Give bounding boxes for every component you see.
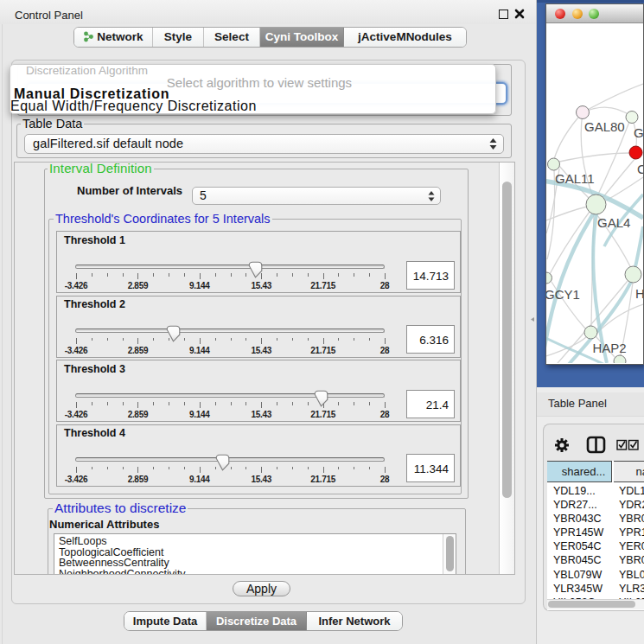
svg-text:GAL11: GAL11: [555, 171, 595, 186]
svg-text:HIS4: HIS4: [635, 286, 643, 301]
svg-text:HAP2: HAP2: [593, 341, 627, 355]
svg-text:GCY1: GCY1: [546, 287, 580, 302]
svg-text:GAL7: GAL7: [634, 125, 643, 140]
svg-text:CYC8: CYC8: [637, 162, 643, 176]
svg-text:GAL80: GAL80: [584, 119, 625, 134]
svg-text:GAL4: GAL4: [597, 215, 630, 230]
